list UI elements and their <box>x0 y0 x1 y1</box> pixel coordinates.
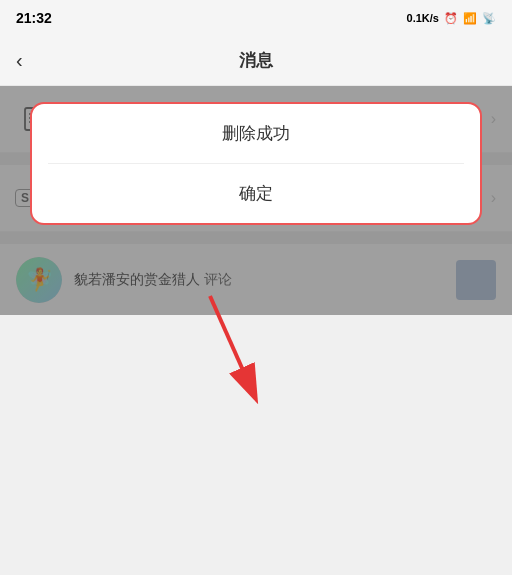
page-title: 消息 <box>239 49 273 72</box>
confirm-button[interactable]: 确定 <box>32 164 480 223</box>
dialog: 删除成功 确定 <box>30 102 482 225</box>
main-content: 我点赞/评论/收藏 过的瞬间 › Soul 官方通知 › 🌸 花朵面包...等3… <box>0 86 512 315</box>
status-bar: 21:32 0.1K/s ⏰ 📶 📡 <box>0 0 512 36</box>
back-button[interactable]: ‹ <box>16 49 23 72</box>
alarm-icon: ⏰ <box>444 12 458 25</box>
network-speed: 0.1K/s <box>407 12 439 24</box>
status-time: 21:32 <box>16 10 52 26</box>
delete-success-text: 删除成功 <box>32 104 480 163</box>
header: ‹ 消息 <box>0 36 512 86</box>
wifi-icon: 📡 <box>482 12 496 25</box>
signal-icon: 📶 <box>463 12 477 25</box>
svg-line-5 <box>210 296 250 386</box>
status-icons: 0.1K/s ⏰ 📶 📡 <box>407 12 496 25</box>
red-arrow <box>180 286 280 406</box>
